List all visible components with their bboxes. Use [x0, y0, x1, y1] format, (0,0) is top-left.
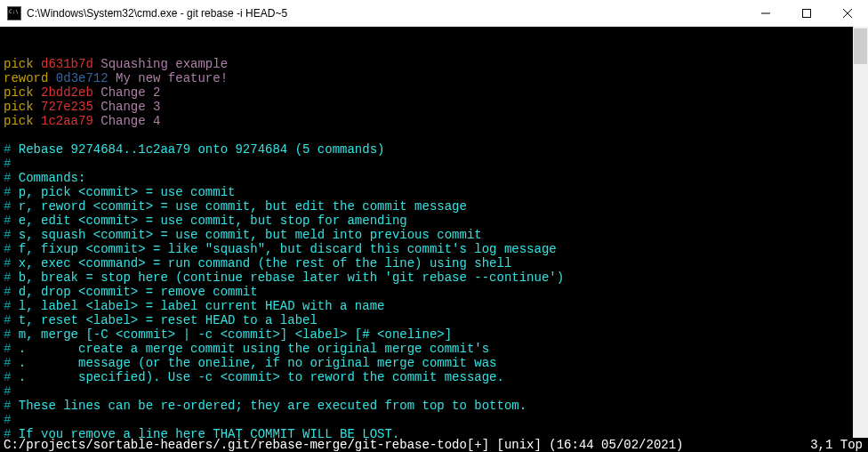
comment-line: # . create a merge commit using the orig…: [4, 342, 868, 356]
comment-line: # Rebase 9274684..1c2aa79 onto 9274684 (…: [4, 142, 868, 157]
comment-line: # b, break = stop here (continue rebase …: [4, 270, 868, 285]
comment-line: # m, merge [-C <commit> | -c <commit>] <…: [4, 327, 868, 342]
window-title: C:\Windows\System32\cmd.exe - git rebase…: [27, 7, 287, 20]
status-path: C:/projects/sortable-headers/.git/rebase…: [4, 438, 684, 452]
comment-line: # p, pick <commit> = use commit: [4, 185, 868, 199]
window-titlebar: C:\Windows\System32\cmd.exe - git rebase…: [0, 0, 868, 27]
comment-line: #: [4, 413, 868, 427]
comment-line: # x, exec <command> = run command (the r…: [4, 256, 868, 270]
minimize-icon: [761, 9, 770, 18]
cmd-icon: [7, 6, 21, 20]
scrollbar[interactable]: [853, 27, 868, 438]
rebase-line: pick d631b7d Squashing example: [4, 57, 868, 71]
close-icon: [843, 9, 852, 18]
rebase-line: pick 2bdd2eb Change 2: [4, 85, 868, 100]
rebase-line: pick 1c2aa79 Change 4: [4, 114, 868, 128]
svg-rect-1: [803, 10, 811, 18]
comment-line: # . message (or the oneline, if no origi…: [4, 356, 868, 370]
comment-line: # Commands:: [4, 171, 868, 185]
comment-line: # s, squash <commit> = use commit, but m…: [4, 228, 868, 242]
comment-line: # r, reword <commit> = use commit, but e…: [4, 199, 868, 214]
close-button[interactable]: [827, 0, 868, 27]
status-position: 3,1 Top: [810, 438, 868, 452]
comment-line: # e, edit <commit> = use commit, but sto…: [4, 214, 868, 228]
blank-line: [4, 128, 868, 142]
minimize-button[interactable]: [745, 0, 786, 27]
comment-line: # f, fixup <commit> = like "squash", but…: [4, 242, 868, 256]
comment-line: # . specified). Use -c <commit> to rewor…: [4, 370, 868, 384]
maximize-button[interactable]: [786, 0, 827, 27]
vim-statusbar: C:/projects/sortable-headers/.git/rebase…: [0, 438, 868, 452]
comment-line: #: [4, 384, 868, 399]
comment-line: # These lines can be re-ordered; they ar…: [4, 399, 868, 413]
comment-line: # l, label <label> = label current HEAD …: [4, 299, 868, 313]
comment-line: # d, drop <commit> = remove commit: [4, 285, 868, 299]
comment-line: # If you remove a line here THAT COMMIT …: [4, 427, 868, 438]
rebase-line: reword 0d3e712 My new feature!: [4, 71, 868, 85]
comment-line: #: [4, 157, 868, 171]
scrollbar-thumb[interactable]: [854, 28, 867, 64]
rebase-line: pick 727e235 Change 3: [4, 100, 868, 114]
terminal-content[interactable]: pick d631b7d Squashing examplereword 0d3…: [0, 27, 868, 438]
comment-line: # t, reset <label> = reset HEAD to a lab…: [4, 313, 868, 327]
maximize-icon: [802, 9, 811, 18]
